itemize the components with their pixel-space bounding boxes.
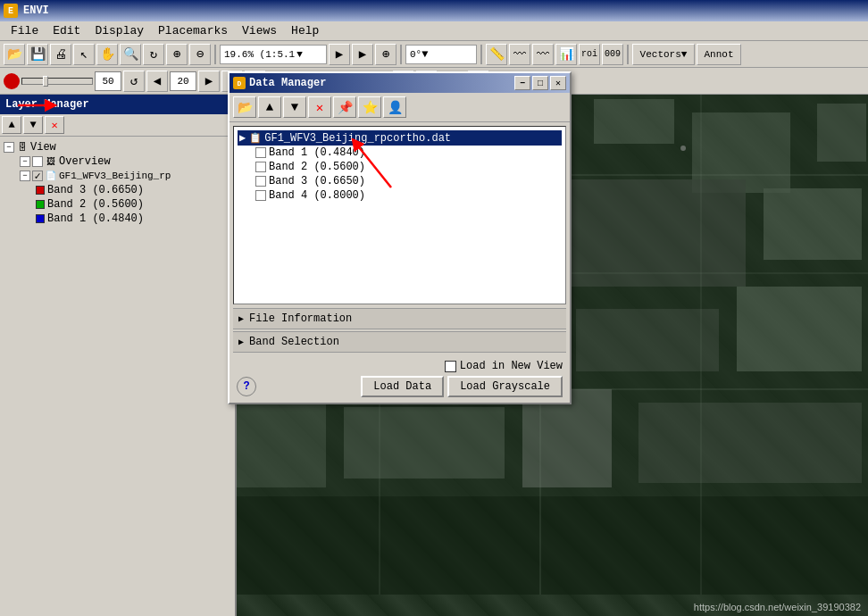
nav-up-btn[interactable]: ▲ — [258, 96, 281, 118]
tree-band1-item[interactable]: Band 1 (0.4840) — [4, 212, 231, 226]
roi-btn[interactable]: roi — [579, 44, 600, 65]
band3-tree-item[interactable]: Band 3 (0.6650) — [238, 174, 562, 188]
band2-check[interactable] — [255, 162, 266, 172]
band4-tree-item[interactable]: Band 4 (0.8000) — [238, 188, 562, 203]
band-selection-arrow-icon: ▶ — [238, 337, 244, 347]
stretch-value2[interactable]: 20 — [170, 71, 196, 91]
layer-manager-panel: Layer Manager ▲ ▼ ✕ − 🗄 View − 🖼 — [0, 95, 237, 616]
band1-check[interactable] — [255, 147, 266, 158]
rotation-display[interactable]: 0°▼ — [405, 45, 477, 64]
marker-btn[interactable] — [4, 73, 20, 89]
band-selection-header[interactable]: ▶ Band Selection — [233, 332, 566, 353]
wave-btn[interactable]: 〰 — [509, 44, 530, 65]
sep4 — [627, 45, 629, 64]
svg-rect-4 — [594, 99, 674, 144]
person-btn[interactable]: 👤 — [383, 96, 406, 118]
dialog-close-btn[interactable]: ✕ — [550, 76, 566, 90]
load-new-view-checkbox[interactable] — [445, 361, 456, 372]
remove-btn[interactable]: ✕ — [308, 96, 331, 118]
nav-right-btn[interactable]: ▶ — [198, 71, 220, 92]
file-label: GF1_WFV3_Beijing_rp — [59, 171, 171, 181]
pin-btn[interactable]: 📌 — [333, 96, 356, 118]
band3-label: Band 3 (0.6650) — [47, 184, 144, 196]
nav-down-btn[interactable]: ▼ — [283, 96, 306, 118]
load-grayscale-button[interactable]: Load Grayscale — [447, 376, 563, 397]
star-btn[interactable]: ⭐ — [358, 96, 381, 118]
file-tree-item[interactable]: ▶ 📋 GF1_WFV3_Beijing_rpcortho.dat — [238, 130, 562, 146]
menu-placemarks[interactable]: Placemarks — [151, 22, 235, 39]
view-expand-icon[interactable]: − — [4, 142, 14, 153]
open-folder-btn[interactable]: 📂 — [233, 96, 256, 118]
band2-label: Band 2 (0.5600) — [47, 198, 144, 211]
zoom-in-btn[interactable]: ⊕ — [166, 44, 188, 65]
file-info-header[interactable]: ▶ File Information — [233, 309, 566, 329]
band2-tree-label: Band 2 (0.5600) — [269, 161, 365, 173]
view-label: View — [30, 141, 56, 154]
svg-point-23 — [680, 146, 686, 151]
button-row: ? Load Data Load Grayscale — [237, 376, 563, 397]
save-btn[interactable]: 💾 — [27, 44, 48, 65]
measure-btn[interactable]: 📏 — [486, 44, 507, 65]
lm-toolbar: ▲ ▼ ✕ — [0, 114, 235, 137]
file-folder-icon: 📋 — [249, 132, 262, 144]
tree-band3-item[interactable]: Band 3 (0.6650) — [4, 183, 231, 197]
help-button[interactable]: ? — [237, 377, 256, 396]
009-btn[interactable]: 009 — [602, 44, 623, 65]
stretch-value[interactable]: 50 — [95, 71, 121, 91]
sep1 — [214, 45, 216, 64]
lm-up-btn[interactable]: ▲ — [2, 116, 21, 134]
lm-delete-btn[interactable]: ✕ — [45, 116, 64, 134]
sep3 — [480, 45, 482, 64]
dialog-minimize-btn[interactable]: − — [514, 76, 530, 90]
nav-left-btn[interactable]: ◀ — [146, 71, 168, 92]
tree-view-item[interactable]: − 🗄 View — [4, 140, 231, 154]
title-bar: E ENVI — [0, 0, 868, 21]
tree-overview-item[interactable]: − 🖼 Overview — [4, 154, 231, 169]
lm-down-btn[interactable]: ▼ — [23, 116, 43, 134]
band1-tree-label: Band 1 (0.4840) — [269, 146, 365, 159]
file-expand-icon[interactable]: − — [20, 171, 30, 181]
refresh-btn[interactable]: ↺ — [123, 71, 145, 92]
nav-btn[interactable]: ⊕ — [375, 44, 396, 65]
zoom-back-btn[interactable]: ▶ — [352, 44, 373, 65]
band4-check[interactable] — [255, 190, 266, 201]
overview-expand-icon[interactable]: − — [20, 156, 30, 167]
tree-file-item[interactable]: − ✓ 📄 GF1_WFV3_Beijing_rp — [4, 169, 231, 183]
band4-tree-label: Band 4 (0.8000) — [269, 189, 365, 202]
zoom-out-btn[interactable]: ⊖ — [189, 44, 211, 65]
overview-checkbox[interactable] — [32, 156, 43, 167]
band1-color — [36, 214, 45, 223]
tree-band2-item[interactable]: Band 2 (0.5600) — [4, 197, 231, 212]
zoom-btn[interactable]: 🔍 — [120, 44, 141, 65]
pan-btn[interactable]: ✋ — [96, 44, 118, 65]
zoom-forward-btn[interactable]: ▶ — [329, 44, 350, 65]
band3-check[interactable] — [255, 176, 266, 187]
cursor-btn[interactable]: ↖ — [73, 44, 95, 65]
svg-rect-11 — [764, 188, 862, 260]
svg-rect-20 — [237, 496, 868, 595]
open-file-btn[interactable]: 📂 — [4, 44, 25, 65]
overview-label: Overview — [59, 155, 111, 168]
menu-display[interactable]: Display — [88, 22, 151, 39]
brightness-slider[interactable] — [21, 78, 93, 85]
file-checkbox[interactable]: ✓ — [32, 171, 43, 181]
annot-btn[interactable]: Annot — [697, 44, 741, 65]
vectors-dropdown-btn[interactable]: Vectors▼ — [632, 44, 695, 65]
menu-edit[interactable]: Edit — [46, 22, 88, 39]
load-data-button[interactable]: Load Data — [361, 376, 444, 397]
overview-icon: 🖼 — [45, 155, 57, 168]
print-btn[interactable]: 🖨 — [50, 44, 71, 65]
band2-tree-item[interactable]: Band 2 (0.5600) — [238, 160, 562, 174]
band1-tree-item[interactable]: Band 1 (0.4840) — [238, 146, 562, 160]
dialog-maximize-btn[interactable]: □ — [532, 76, 548, 90]
menu-views[interactable]: Views — [235, 22, 284, 39]
rotate-btn[interactable]: ↻ — [143, 44, 164, 65]
wave2-btn[interactable]: 〰 — [532, 44, 554, 65]
menu-help[interactable]: Help — [284, 22, 326, 39]
band2-color — [36, 200, 45, 209]
menu-file[interactable]: File — [4, 22, 46, 39]
stats-btn[interactable]: 📊 — [555, 44, 577, 65]
dialog-icon: D — [233, 77, 246, 89]
svg-rect-15 — [737, 287, 862, 371]
dialog-titlebar: D Data Manager − □ ✕ — [230, 73, 570, 93]
